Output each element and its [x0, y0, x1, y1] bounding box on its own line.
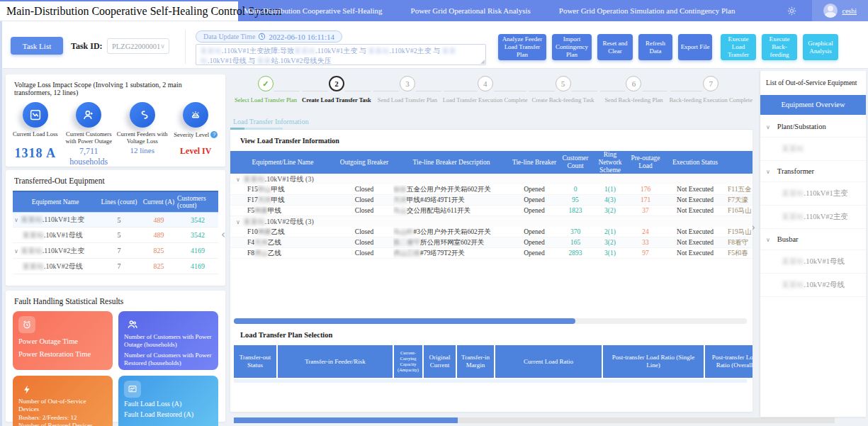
- workflow-stepper: ✓ Select Load Transfer Plan 2 Create Loa…: [230, 69, 753, 114]
- top-navigation-bar: Main-Distribution Cooperative Self-Heali…: [0, 0, 868, 21]
- table-row[interactable]: F8虎山乙线 Closed 虎山乙线#79塔79T2开关 Opened 2893…: [230, 248, 753, 259]
- chevron-down-icon: ∨: [160, 43, 165, 50]
- view-load-transfer-title: View Load Transfer Information: [230, 130, 753, 151]
- tree-category-substation[interactable]: ∨Plant/Substation: [760, 116, 866, 138]
- tree-item-transformer-1[interactable]: 某某站.110kV#1主变: [760, 182, 866, 206]
- step-back-feeding-complete: 7 Back-feeding Execution Complete: [669, 76, 753, 114]
- execute-back-feeding-button[interactable]: Execute Back-feeding: [762, 34, 797, 60]
- app-title: Main-Distribution Cooperative Self-Heali…: [6, 5, 281, 18]
- table-row[interactable]: 某某站.10kV#2母线 7 825 4169: [13, 259, 218, 274]
- step-create-load-transfer-task: 2 Create Load Transfer Task: [301, 76, 372, 114]
- scrollbar-thumb[interactable]: [234, 318, 575, 324]
- left-edge-strip: [0, 69, 2, 426]
- out-of-service-devices-card: Number of Out-of-Service Devices Busbars…: [13, 376, 113, 426]
- step-check-icon: ✓: [258, 76, 274, 91]
- center-panel: ✓ Select Load Transfer Plan 2 Create Loa…: [230, 69, 753, 426]
- step-select-load-transfer-plan: ✓ Select Load Transfer Plan: [230, 76, 301, 114]
- nav-item-self-healing[interactable]: Main-Distribution Cooperative Self-Heali…: [244, 6, 383, 15]
- data-update-label: Data Update Time: [203, 33, 255, 40]
- execute-load-transfer-button[interactable]: Execute Load Transfer: [721, 34, 756, 60]
- step-load-transfer-complete: 4 Load Transfer Execution Complete: [443, 76, 528, 114]
- equipment-list-title: List of Out-of-Service Equipment: [760, 71, 866, 95]
- top-right-controls: ceshi: [787, 0, 868, 21]
- table-row[interactable]: F4天河乙线 Closed 第二看守所公用环网室602开关 Opened 165…: [230, 237, 753, 248]
- tree-category-busbar[interactable]: ∨Busbar: [760, 229, 866, 250]
- tree-item-substation[interactable]: 某某站: [760, 138, 866, 161]
- clock-icon: [258, 33, 266, 40]
- fault-stats-title: Fault Handling Statistical Results: [6, 291, 225, 308]
- task-list-button[interactable]: Task List: [11, 37, 63, 55]
- outage-time-card: Power Outage Time Power Restoration Time: [13, 311, 113, 370]
- table-row[interactable]: 某某站.10kV#1母线 5 489 3542: [13, 228, 218, 243]
- step-send-back-feeding-plan: 6 Send Back-feeding Plan: [599, 76, 670, 114]
- fault-handling-stats-panel: Fault Handling Statistical Results Power…: [6, 291, 225, 422]
- refresh-data-button[interactable]: Refresh Data: [638, 34, 672, 60]
- transferred-out-equipment-panel: Transferred-Out Equipment Equipment Name…: [6, 170, 225, 286]
- tree-item-busbar-1[interactable]: 某某站.10kV#1母线: [760, 250, 866, 274]
- caret-down-icon[interactable]: ∨: [236, 176, 240, 183]
- table-horizontal-scrollbar[interactable]: [234, 318, 747, 324]
- fault-stats-grid: Power Outage Time Power Restoration Time…: [6, 308, 225, 426]
- nav-item-risk-analysis[interactable]: Power Grid Operational Risk Analysis: [411, 6, 531, 15]
- customers-outage-icon: [76, 102, 101, 128]
- table-row[interactable]: F17天河甲线 Closed 天河甲线#49塔49T1开关 Opened 95 …: [230, 195, 753, 206]
- toolbar-divider: [185, 30, 186, 64]
- tree-category-transformer[interactable]: ∨Transformer: [760, 161, 866, 182]
- help-icon[interactable]: ?: [210, 131, 218, 138]
- tree-item-busbar-2[interactable]: 某某站.10kV#2母线: [760, 274, 866, 297]
- top-nav: Main-Distribution Cooperative Self-Heali…: [244, 0, 735, 21]
- caret-down-icon: ∨: [766, 169, 770, 175]
- load-transfer-table-header: Equipment/Line Name Outgoing Breaker Tie…: [230, 151, 753, 174]
- plan-selection-header: Transfer-out Status Transfer-in Feeder/R…: [234, 345, 753, 378]
- tree-item-transformer-2[interactable]: 某某站.110kV#2主变: [760, 206, 866, 229]
- severity-icon: [183, 102, 208, 128]
- caret-down-icon[interactable]: ∨: [14, 217, 18, 223]
- severity-level-value: Level IV: [169, 146, 223, 157]
- table-row[interactable]: F5网夏甲线 Closed 马山交公用配电站611开关 Opened 1823 …: [230, 206, 753, 216]
- gear-icon[interactable]: [787, 6, 796, 16]
- import-contingency-plan-button[interactable]: Import Contingency Plan: [552, 34, 592, 60]
- data-update-pill: Data Update Time 2022-06-10 16:11:14: [196, 30, 342, 43]
- page-horizontal-scrollbar[interactable]: [234, 417, 835, 423]
- caret-down-icon: ∨: [766, 124, 770, 130]
- table-row[interactable]: ∨某某站.110kV#1主变 5 489 3542: [13, 212, 218, 228]
- customers-outage-value: 7,711 households: [62, 146, 116, 167]
- impact-stats-row: Current Load Loss 1318 A Current Custome…: [6, 99, 225, 167]
- reset-clear-button[interactable]: Reset and Clear: [597, 34, 633, 60]
- app-title-box: Main-Distribution Cooperative Self-Heali…: [0, 1, 238, 21]
- user-menu[interactable]: ceshi: [812, 0, 868, 21]
- task-id-value: PLZG22000001: [112, 43, 160, 50]
- fault-load-card: Fault Load Loss (A) Fault Load Restored …: [118, 376, 218, 426]
- bus2-group-row[interactable]: ∨某某站.10kV#2母线 (3): [230, 216, 753, 227]
- table-row[interactable]: F10网夏乙线 Closed 马山村#3公用户外开关箱602开关 Opened …: [230, 227, 753, 237]
- plan-empty-band: [234, 379, 747, 383]
- step-create-back-feeding-task: 5 Create Back-feeding Task: [528, 76, 599, 114]
- voltage-loss-impact-panel: Voltage Loss Impact Scope (Involving 1 s…: [6, 74, 225, 167]
- table-row[interactable]: ∨某某站.110kV#2主变 7 825 4169: [13, 243, 218, 259]
- stat-feeders-voltage-loss: Current Feeders with Voltage Loss 12 lin…: [115, 101, 169, 167]
- export-file-button[interactable]: Export File: [678, 34, 712, 60]
- scrollbar-thumb[interactable]: [234, 417, 458, 423]
- caret-down-icon[interactable]: ∨: [14, 248, 18, 254]
- table-row[interactable]: F15联山甲线 Closed 创业五金公用户外开关箱602开关 Opened 0…: [230, 184, 753, 195]
- load-transfer-card: View Load Transfer Information Equipment…: [230, 130, 753, 412]
- username: ceshi: [842, 7, 857, 15]
- tab-load-transfer-information[interactable]: Load Transfer Information: [230, 116, 312, 127]
- analyze-feeder-plan-button[interactable]: Analyze Feeder Load Transfer Plan: [498, 34, 546, 60]
- caret-down-icon[interactable]: ∨: [236, 219, 240, 225]
- task-id-select[interactable]: PLZG22000001 ∨: [107, 38, 169, 54]
- stat-severity-level: Severity Level ? Level IV: [169, 101, 223, 167]
- feeders-voltage-loss-icon: [130, 102, 155, 128]
- load-loss-icon: [23, 102, 48, 128]
- graphical-analysis-button[interactable]: Graphical Analysis: [803, 34, 838, 60]
- nav-item-simulation[interactable]: Power Grid Operation Simulation and Cont…: [559, 6, 735, 15]
- collapse-left-panel-arrow[interactable]: ‹: [221, 228, 225, 241]
- stat-current-load-loss: Current Load Loss 1318 A: [9, 101, 62, 167]
- bus1-group-row[interactable]: ∨某某站.10kV#1母线 (3): [230, 174, 753, 184]
- step-send-load-transfer-plan: 3 Send Load Transfer Plan: [372, 76, 443, 114]
- lightning-icon: [18, 381, 35, 398]
- feeders-voltage-loss-value: 12 lines: [115, 146, 169, 155]
- equipment-overview-button[interactable]: Equipment Overview: [760, 95, 866, 115]
- fault-description-textarea[interactable]: 某某站.110kV#1主变故障:导致某某站.110kV#1主变 与 某某站.11…: [196, 44, 486, 65]
- caret-down-icon: ∨: [766, 237, 770, 243]
